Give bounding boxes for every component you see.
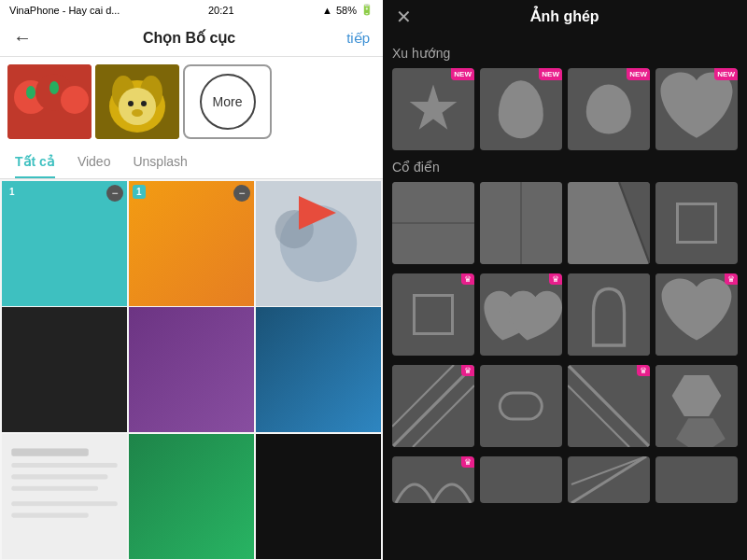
media-cell-7[interactable] bbox=[2, 434, 127, 559]
tpl-split-v[interactable] bbox=[480, 182, 562, 264]
thumb-fruit[interactable] bbox=[7, 64, 92, 139]
svg-point-11 bbox=[128, 101, 134, 106]
tpl-arch[interactable] bbox=[568, 273, 650, 356]
section-co-dien: Cổ điển bbox=[392, 160, 738, 175]
thumb-dog-img bbox=[95, 64, 179, 139]
thumb-dog[interactable] bbox=[95, 64, 179, 139]
right-panel: ✕ Ảnh ghép Xu hướng NEW NEW NEW bbox=[383, 0, 747, 560]
new-badge-2: NEW bbox=[539, 68, 562, 80]
tab-unsplash[interactable]: Unsplash bbox=[133, 154, 187, 178]
classic-row-2: ♛ ♛ bbox=[392, 273, 738, 356]
tpl-heart-crown[interactable]: ♛ bbox=[655, 273, 738, 356]
template-egg[interactable]: NEW bbox=[480, 68, 562, 150]
svg-point-5 bbox=[49, 81, 59, 94]
media-cell-1[interactable]: 1 − bbox=[2, 181, 127, 306]
remove-2[interactable]: − bbox=[233, 185, 250, 202]
status-bar: VinaPhone - Hay cai d... 20:21 ▲ 58% 🔋 bbox=[0, 0, 383, 20]
tpl-diag2[interactable]: ♛ bbox=[568, 365, 650, 447]
last3-svg bbox=[568, 456, 650, 503]
crown-badge-4: ♛ bbox=[461, 365, 474, 376]
diag2-svg bbox=[568, 365, 650, 447]
diag-lines-svg bbox=[392, 365, 474, 447]
svg-rect-21 bbox=[11, 485, 98, 490]
status-icons: ▲ 58% 🔋 bbox=[322, 4, 374, 16]
svg-rect-19 bbox=[11, 463, 117, 468]
svg-rect-27 bbox=[568, 273, 650, 356]
tpl-pill[interactable] bbox=[480, 365, 562, 447]
svg-point-13 bbox=[132, 109, 143, 117]
more-circle: More bbox=[200, 74, 256, 130]
carrier-text: VinaPhone - Hay cai d... bbox=[9, 5, 120, 16]
tab-all[interactable]: Tất cả bbox=[15, 154, 55, 178]
template-star[interactable]: NEW bbox=[392, 68, 474, 150]
template-heart[interactable]: NEW bbox=[655, 68, 738, 150]
cell-7-img bbox=[2, 434, 127, 559]
inner-sq-crown bbox=[413, 294, 454, 335]
svg-rect-18 bbox=[11, 448, 88, 455]
svg-rect-23 bbox=[11, 512, 88, 517]
media-cell-4[interactable] bbox=[2, 307, 127, 432]
tpl-last-4[interactable] bbox=[655, 456, 738, 503]
section-xu-huong: Xu hướng bbox=[392, 46, 738, 61]
tpl-sq-in[interactable] bbox=[655, 182, 738, 264]
battery-text: 58% bbox=[336, 5, 357, 16]
trending-grid: NEW NEW NEW NEW bbox=[392, 68, 738, 150]
nav-title: Chọn Bố cục bbox=[143, 29, 235, 47]
diagonal-svg bbox=[568, 182, 650, 264]
wifi-icon: ▲ bbox=[322, 5, 332, 16]
close-button[interactable]: ✕ bbox=[396, 6, 412, 28]
red-arrow bbox=[299, 196, 336, 230]
media-cell-5[interactable] bbox=[129, 307, 254, 432]
crown-badge-5: ♛ bbox=[637, 365, 650, 376]
time-text: 20:21 bbox=[208, 5, 234, 16]
media-cell-6[interactable] bbox=[256, 307, 381, 432]
tpl-hearts[interactable]: ♛ bbox=[480, 273, 562, 356]
svg-point-12 bbox=[141, 101, 147, 106]
media-cell-8[interactable] bbox=[129, 434, 254, 559]
media-cell-2[interactable]: 1 − bbox=[129, 181, 254, 306]
media-cell-9[interactable] bbox=[256, 434, 381, 559]
svg-rect-20 bbox=[11, 474, 107, 479]
remove-1[interactable]: − bbox=[106, 185, 123, 202]
arrow-container bbox=[299, 196, 336, 230]
preview-row: More bbox=[0, 57, 383, 147]
tabs-row: Tất cả Video Unsplash bbox=[0, 147, 383, 179]
next-button[interactable]: tiếp bbox=[346, 30, 370, 47]
crown-badge-3: ♛ bbox=[725, 273, 738, 285]
svg-point-3 bbox=[61, 86, 89, 114]
battery-icon: 🔋 bbox=[360, 4, 374, 16]
apple-shape bbox=[586, 85, 631, 134]
svg-point-10 bbox=[119, 88, 156, 125]
media-grid: 1 − 1 − bbox=[0, 179, 383, 560]
hearts-svg bbox=[480, 273, 562, 356]
template-apple[interactable]: NEW bbox=[568, 68, 650, 150]
right-topbar: ✕ Ảnh ghép bbox=[383, 0, 747, 33]
top-nav: ← Chọn Bố cục tiếp bbox=[0, 20, 383, 57]
tab-video[interactable]: Video bbox=[78, 154, 111, 178]
badge-2: 1 bbox=[133, 185, 146, 199]
heart-crown-svg bbox=[655, 273, 738, 356]
right-panel-title: Ảnh ghép bbox=[530, 7, 599, 25]
left-panel: VinaPhone - Hay cai d... 20:21 ▲ 58% 🔋 ←… bbox=[0, 0, 383, 560]
svg-point-4 bbox=[26, 86, 35, 99]
tpl-last-1[interactable]: ♛ bbox=[392, 456, 474, 503]
new-badge-3: NEW bbox=[627, 68, 650, 80]
classic-row-1 bbox=[392, 182, 738, 264]
heart-svg bbox=[655, 68, 738, 150]
hex-svg bbox=[655, 365, 738, 447]
tpl-split-h[interactable] bbox=[392, 182, 474, 264]
more-label: More bbox=[213, 94, 243, 109]
tpl-last-3[interactable] bbox=[568, 456, 650, 503]
tpl-diagonal[interactable] bbox=[568, 182, 650, 264]
egg-shape bbox=[499, 80, 543, 138]
back-button[interactable]: ← bbox=[13, 27, 32, 49]
more-box[interactable]: More bbox=[183, 64, 272, 139]
tpl-last-2[interactable] bbox=[480, 456, 562, 503]
crown-badge-2: ♛ bbox=[549, 273, 562, 285]
tpl-sq-crown[interactable]: ♛ bbox=[392, 273, 474, 356]
new-badge-4: NEW bbox=[714, 68, 738, 80]
tpl-hex[interactable] bbox=[655, 365, 738, 447]
badge-1: 1 bbox=[6, 185, 19, 199]
tpl-diag-lines[interactable]: ♛ bbox=[392, 365, 474, 447]
svg-rect-22 bbox=[11, 501, 117, 506]
